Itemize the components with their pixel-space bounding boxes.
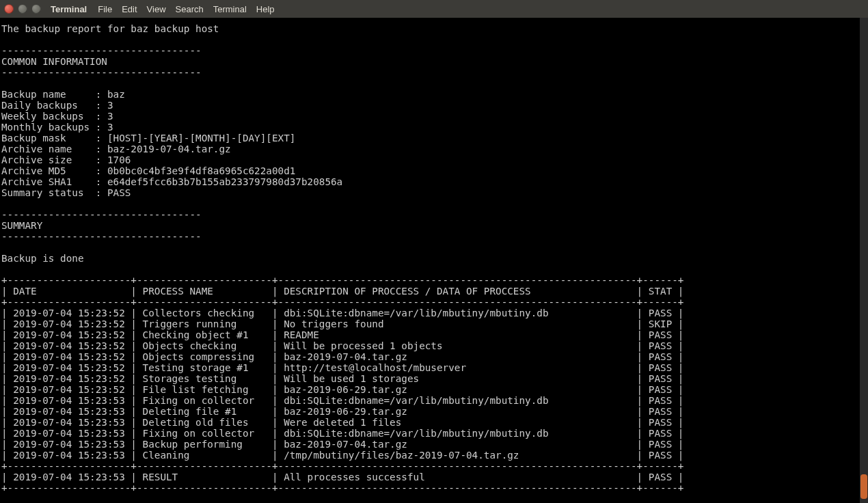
menu-help[interactable]: Help [256, 4, 275, 14]
menubar: Terminal File Edit View Search Terminal … [0, 0, 868, 18]
menu-terminal[interactable]: Terminal [213, 4, 247, 14]
close-icon[interactable] [4, 4, 14, 14]
maximize-icon[interactable] [31, 4, 41, 14]
scroll-thumb[interactable] [860, 474, 867, 499]
menu-file[interactable]: File [98, 4, 112, 14]
minimize-icon[interactable] [18, 4, 27, 14]
menu-items: File Edit View Search Terminal Help [98, 4, 274, 14]
menu-edit[interactable]: Edit [122, 4, 137, 14]
menu-view[interactable]: View [147, 4, 166, 14]
menu-search[interactable]: Search [176, 4, 204, 14]
app-title: Terminal [51, 4, 87, 14]
terminal-output[interactable]: The backup report for baz backup host --… [0, 18, 868, 503]
window-buttons [4, 4, 41, 14]
scrollbar[interactable] [860, 18, 868, 503]
